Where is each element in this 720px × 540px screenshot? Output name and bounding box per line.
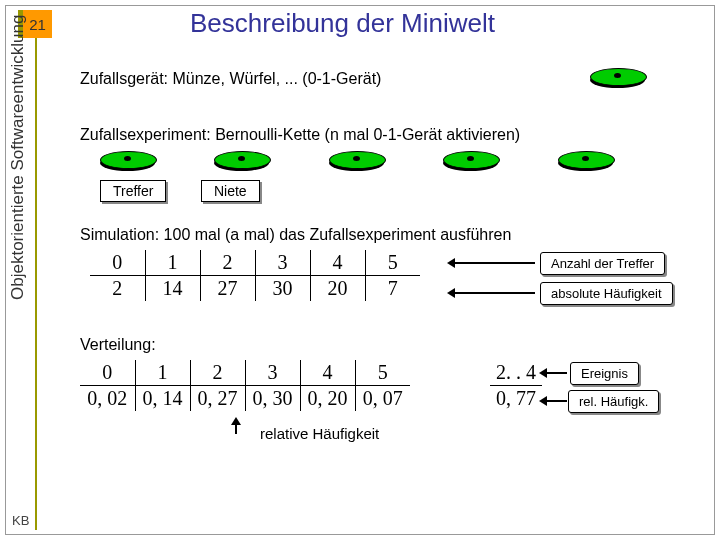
- arrow-icon: [450, 262, 535, 264]
- distribution-table: 0 1 2 3 4 5 0, 02 0, 14 0, 27 0, 30 0, 2…: [80, 360, 410, 411]
- legend-count-header: Anzahl der Treffer: [540, 252, 665, 275]
- line-experiment: Zufallsexperiment: Bernoulli-Kette (n ma…: [80, 126, 520, 144]
- counts-table: 0 1 2 3 4 5 2 14 27 30 20 7: [90, 250, 420, 301]
- table-cell: 0, 20: [300, 386, 355, 412]
- table-cell: 0: [80, 360, 135, 386]
- footer-initials: KB: [12, 513, 29, 528]
- coin-row: [100, 150, 668, 169]
- table-cell: 5: [365, 250, 420, 276]
- table-cell: 0, 14: [135, 386, 190, 412]
- coin-icon: [443, 151, 498, 169]
- table-cell: 1: [145, 250, 200, 276]
- legend-count-values: absolute Häufigkeit: [540, 282, 673, 305]
- coin-icon: [100, 151, 155, 169]
- arrow-icon: [235, 420, 237, 434]
- line-simulation: Simulation: 100 mal (a mal) das Zufallse…: [80, 226, 511, 244]
- content-area: Zufallsgerät: Münze, Würfel, ... (0-1-Ge…: [80, 70, 705, 525]
- table-cell: 7: [365, 276, 420, 302]
- table-cell: 0, 07: [355, 386, 410, 412]
- table-cell: 0: [90, 250, 145, 276]
- arrow-icon: [542, 400, 567, 402]
- side-label: Objektorientierte Softwareentwicklung: [8, 15, 28, 300]
- table-cell: 2: [200, 250, 255, 276]
- table-cell: 14: [145, 276, 200, 302]
- table-cell: 4: [310, 250, 365, 276]
- coin-icon: [558, 151, 613, 169]
- table-cell: 2: [90, 276, 145, 302]
- table-cell: 0, 02: [80, 386, 135, 412]
- table-cell: 2: [190, 360, 245, 386]
- coin-icon: [214, 151, 269, 169]
- line-device: Zufallsgerät: Münze, Würfel, ... (0-1-Ge…: [80, 70, 381, 87]
- slide-title: Beschreibung der Miniwelt: [190, 8, 495, 39]
- arrow-icon: [542, 372, 567, 374]
- coin-icon: [590, 68, 645, 86]
- coin-icon: [329, 151, 384, 169]
- vertical-divider: [35, 38, 37, 530]
- label-hit: Treffer: [100, 180, 166, 202]
- line-distribution: Verteilung:: [80, 336, 156, 354]
- table-cell: 5: [355, 360, 410, 386]
- table-cell: 20: [310, 276, 365, 302]
- table-cell: 3: [245, 360, 300, 386]
- legend-relfreq: rel. Häufigk.: [568, 390, 659, 413]
- table-cell: 0, 30: [245, 386, 300, 412]
- legend-event: Ereignis: [570, 362, 639, 385]
- label-relfreq-bottom: relative Häufigkeit: [260, 425, 379, 442]
- table-cell: 1: [135, 360, 190, 386]
- label-miss: Niete: [201, 180, 260, 202]
- table-cell: 0, 27: [190, 386, 245, 412]
- table-cell: 30: [255, 276, 310, 302]
- arrow-icon: [450, 292, 535, 294]
- table-cell: 3: [255, 250, 310, 276]
- table-cell: 27: [200, 276, 255, 302]
- table-cell: 4: [300, 360, 355, 386]
